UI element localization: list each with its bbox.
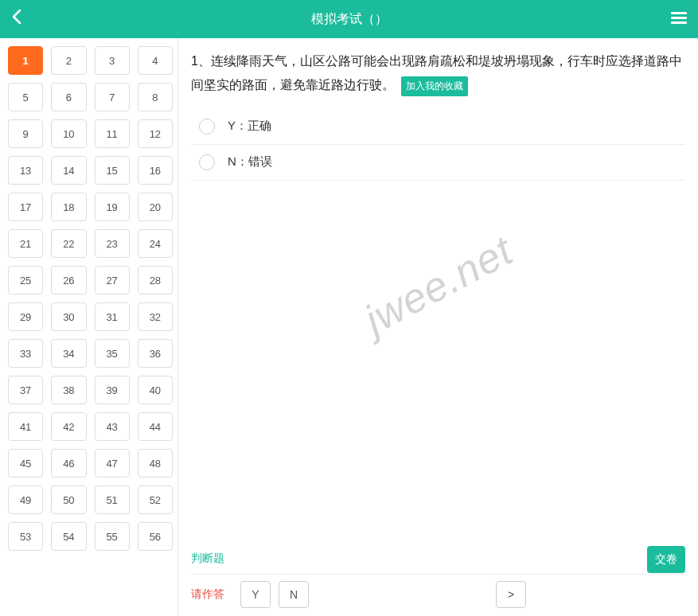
question-nav-53[interactable]: 53 [8, 522, 43, 551]
answer-bar: 请作答 Y N > [191, 574, 685, 616]
question-nav-31[interactable]: 31 [95, 302, 130, 331]
question-nav-12[interactable]: 12 [138, 119, 173, 148]
question-nav-45[interactable]: 45 [8, 449, 43, 478]
question-nav-43[interactable]: 43 [95, 412, 130, 441]
options-list: Y：正确N：错误 [191, 109, 685, 181]
question-nav-40[interactable]: 40 [138, 376, 173, 404]
question-nav-sidebar[interactable]: 1234567891011121314151617181920212223242… [0, 38, 178, 616]
answer-y-button[interactable]: Y [240, 581, 271, 608]
question-nav-14[interactable]: 14 [51, 156, 86, 185]
option-label: Y：正确 [228, 119, 271, 134]
question-nav-3[interactable]: 3 [95, 46, 130, 75]
question-nav-23[interactable]: 23 [95, 229, 130, 258]
question-nav-50[interactable]: 50 [51, 485, 86, 514]
option-y[interactable]: Y：正确 [191, 109, 685, 145]
question-nav-51[interactable]: 51 [95, 485, 130, 514]
question-nav-20[interactable]: 20 [138, 193, 173, 221]
question-nav-4[interactable]: 4 [138, 46, 173, 75]
submit-button[interactable]: 交卷 [647, 546, 685, 573]
question-nav-27[interactable]: 27 [95, 266, 130, 294]
question-nav-49[interactable]: 49 [8, 485, 43, 514]
question-nav-18[interactable]: 18 [51, 193, 86, 221]
question-nav-44[interactable]: 44 [138, 412, 173, 441]
question-nav-30[interactable]: 30 [51, 302, 86, 331]
question-nav-6[interactable]: 6 [51, 83, 86, 111]
answer-prompt: 请作答 [191, 587, 224, 602]
question-nav-39[interactable]: 39 [95, 376, 130, 404]
radio-icon [199, 119, 215, 135]
question-nav-54[interactable]: 54 [51, 522, 86, 551]
question-nav-1[interactable]: 1 [8, 46, 43, 75]
question-nav-33[interactable]: 33 [8, 339, 43, 368]
chevron-left-icon [11, 9, 22, 25]
favorite-button[interactable]: 加入我的收藏 [401, 76, 468, 96]
question-nav-9[interactable]: 9 [8, 119, 43, 148]
option-label: N：错误 [228, 154, 272, 170]
question-nav-34[interactable]: 34 [51, 339, 86, 368]
question-text: 1、连续降雨天气，山区公路可能会出现路肩疏松和堤坡坍塌现象，行车时应选择道路中间… [191, 49, 685, 98]
question-nav-24[interactable]: 24 [138, 229, 173, 258]
question-type-label: 判断题 [191, 547, 685, 574]
question-number: 1 [191, 54, 198, 68]
question-nav-19[interactable]: 19 [95, 193, 130, 221]
question-nav-5[interactable]: 5 [8, 83, 43, 111]
header: 模拟考试（） [0, 0, 698, 38]
question-nav-22[interactable]: 22 [51, 229, 86, 258]
question-nav-8[interactable]: 8 [138, 83, 173, 111]
question-nav-13[interactable]: 13 [8, 156, 43, 185]
question-nav-32[interactable]: 32 [138, 302, 173, 331]
question-nav-25[interactable]: 25 [8, 266, 43, 294]
question-nav-46[interactable]: 46 [51, 449, 86, 478]
question-content: 1、连续降雨天气，山区公路可能会出现路肩疏松和堤坡坍塌现象，行车时应选择道路中间… [178, 38, 698, 616]
question-nav-41[interactable]: 41 [8, 412, 43, 441]
page-title: 模拟考试（） [43, 11, 655, 28]
question-nav-11[interactable]: 11 [95, 119, 130, 148]
question-nav-55[interactable]: 55 [95, 522, 130, 551]
next-button[interactable]: > [496, 581, 526, 608]
question-nav-7[interactable]: 7 [95, 83, 130, 111]
menu-button[interactable] [655, 10, 687, 29]
question-nav-26[interactable]: 26 [51, 266, 86, 294]
radio-icon [199, 154, 215, 170]
question-nav-15[interactable]: 15 [95, 156, 130, 185]
question-nav-42[interactable]: 42 [51, 412, 86, 441]
question-nav-17[interactable]: 17 [8, 193, 43, 221]
watermark: jwee.net [356, 226, 520, 344]
question-nav-10[interactable]: 10 [51, 119, 86, 148]
question-nav-2[interactable]: 2 [51, 46, 86, 75]
question-nav-35[interactable]: 35 [95, 339, 130, 368]
question-nav-28[interactable]: 28 [138, 266, 173, 294]
option-n[interactable]: N：错误 [191, 145, 685, 181]
hamburger-icon [671, 10, 687, 26]
question-nav-16[interactable]: 16 [138, 156, 173, 185]
question-nav-36[interactable]: 36 [138, 339, 173, 368]
question-nav-38[interactable]: 38 [51, 376, 86, 404]
question-nav-37[interactable]: 37 [8, 376, 43, 404]
question-nav-47[interactable]: 47 [95, 449, 130, 478]
question-nav-52[interactable]: 52 [138, 485, 173, 514]
back-button[interactable] [11, 9, 43, 29]
question-nav-48[interactable]: 48 [138, 449, 173, 478]
question-nav-21[interactable]: 21 [8, 229, 43, 258]
answer-n-button[interactable]: N [279, 581, 309, 608]
question-nav-56[interactable]: 56 [138, 522, 173, 551]
question-nav-29[interactable]: 29 [8, 302, 43, 331]
